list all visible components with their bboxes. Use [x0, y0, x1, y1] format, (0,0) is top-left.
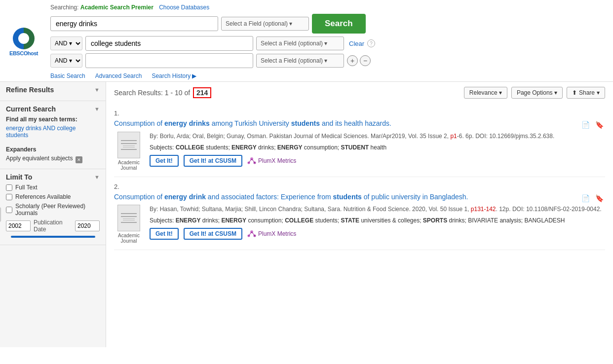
search-input-3[interactable] [85, 53, 253, 68]
help-icon[interactable]: ? [367, 39, 375, 47]
sidebar: ◀ Refine Results ▼ Current Search ▼ Find… [0, 82, 106, 347]
result-meta-1: By: Borlu, Arda; Oral, Belgin; Gunay, Os… [150, 132, 605, 141]
share-button[interactable]: ⬆ Share ▾ [567, 87, 605, 99]
result-number-2: 2. [114, 183, 605, 190]
tab-basic-search[interactable]: Basic Search [50, 73, 85, 79]
result-number-1: 1. [114, 109, 605, 117]
references-checkbox[interactable] [6, 194, 12, 200]
results-area: Search Results: 1 - 10 of 214 Relevance … [106, 82, 613, 347]
result-meta-2: By: Hasan, Towhid; Sultana, Marjia; Shil… [150, 205, 605, 214]
share-icon: ⬆ [572, 89, 577, 96]
svg-line-9 [252, 232, 255, 236]
references-label: References Available [15, 193, 71, 200]
references-row: References Available [6, 193, 100, 200]
pdf-icon-button-2[interactable]: 📄 [579, 192, 591, 204]
result-title-2[interactable]: Consumption of energy drink and associat… [114, 192, 468, 202]
meta-link-2[interactable]: p131-142 [471, 206, 496, 213]
scholarly-label: Scholarly (Peer Reviewed) Journals [15, 203, 100, 217]
get-it-csusm-button-2[interactable]: Get It! at CSUSM [184, 228, 242, 240]
result-item-2: 2. Consumption of energy drink and assoc… [114, 177, 605, 251]
choose-databases-link[interactable]: Choose Databases [159, 4, 209, 11]
plumx-icon-2 [247, 229, 256, 238]
refine-results-title: Refine Results ▼ [6, 86, 100, 94]
save-icon-button-1[interactable]: 🔖 [593, 119, 605, 131]
search-tabs: Basic Search Advanced Search Search Hist… [50, 71, 607, 79]
result-action-icons-2: 📄 🔖 [579, 192, 605, 204]
search-area: Searching: Academic Search Premier Choos… [50, 4, 607, 79]
journal-icon-img-2 [117, 205, 140, 231]
relevance-sort-button[interactable]: Relevance ▾ [464, 87, 507, 99]
save-icon-button-2[interactable]: 🔖 [593, 192, 605, 204]
clear-button[interactable]: Clear [349, 40, 364, 47]
get-it-button-1[interactable]: Get It! [150, 155, 179, 167]
logo-area: EBSCOhost [6, 28, 41, 56]
svg-line-8 [249, 232, 252, 236]
result-detail-1: By: Borlu, Arda; Oral, Belgin; Gunay, Os… [150, 132, 605, 171]
results-header: Search Results: 1 - 10 of 214 Relevance … [114, 87, 605, 99]
apply-equivalent-row: Apply equivalent subjects ✕ [6, 155, 100, 165]
main: ◀ Refine Results ▼ Current Search ▼ Find… [0, 82, 613, 347]
search-input-2[interactable] [85, 36, 253, 51]
date-slider[interactable] [11, 236, 95, 238]
svg-line-4 [252, 159, 255, 163]
add-remove-row: + − [347, 55, 371, 66]
results-count: Search Results: 1 - 10 of 214 [114, 87, 211, 98]
get-it-button-2[interactable]: Get It! [150, 228, 179, 240]
result-actions-1: Get It! Get It! at CSUSM PlumX Metrics [150, 155, 605, 167]
page-options-button[interactable]: Page Options ▾ [511, 87, 563, 99]
results-controls: Relevance ▾ Page Options ▾ ⬆ Share ▾ [464, 87, 605, 99]
boolean-select-3[interactable]: AND ▾ OR NOT [50, 54, 82, 68]
tab-search-history[interactable]: Search History ▶ [152, 73, 196, 79]
full-text-checkbox[interactable] [6, 184, 12, 191]
pub-date-from-input[interactable] [6, 220, 31, 231]
result-body-2: Academic Journal By: Hasan, Towhid; Sult… [114, 205, 605, 244]
refine-results-section: Refine Results ▼ [0, 82, 106, 101]
boolean-select-2[interactable]: AND ▾ OR NOT [50, 36, 82, 50]
remove-expander-icon[interactable]: ✕ [76, 156, 82, 163]
plumx-icon-1 [247, 156, 256, 165]
result-actions-2: Get It! Get It! at CSUSM PlumX Metrics [150, 228, 605, 240]
result-title-1[interactable]: Consumption of energy drinks among Turki… [114, 119, 391, 129]
current-search-expand-icon[interactable]: ▼ [94, 106, 100, 112]
field-select-1[interactable]: Select a Field (optional) ▾ [221, 17, 309, 31]
result-action-icons-1: 📄 🔖 [579, 119, 605, 131]
current-search-title: Current Search ▼ [6, 105, 100, 113]
journal-icon-2: Academic Journal [114, 205, 144, 244]
tab-advanced-search[interactable]: Advanced Search [95, 73, 142, 79]
result-item-1: 1. Consumption of energy drinks among Tu… [114, 104, 605, 177]
pub-date-label: Publication Date [34, 219, 72, 233]
search-terms-link[interactable]: energy drinks AND college students [6, 125, 100, 139]
limit-expand-icon[interactable]: ▼ [94, 174, 100, 180]
limit-to-section: Limit To ▼ Full Text References Availabl… [0, 169, 106, 245]
remove-row-button[interactable]: − [360, 55, 371, 66]
expanders-title: Expanders [6, 146, 100, 153]
total-count-box: 214 [193, 87, 211, 98]
searching-line: Searching: Academic Search Premier Choos… [50, 4, 607, 11]
journal-type-label-2: Academic Journal [114, 233, 144, 244]
plumx-link-2[interactable]: PlumX Metrics [247, 229, 296, 238]
pdf-icon-button-1[interactable]: 📄 [579, 119, 591, 131]
logo-text: EBSCOhost [9, 50, 38, 56]
get-it-csusm-button-1[interactable]: Get It! at CSUSM [184, 155, 242, 167]
field-select-2[interactable]: Select a Field (optional) ▾ [256, 36, 344, 50]
result-body-1: Academic Journal By: Borlu, Arda; Oral, … [114, 132, 605, 171]
pub-date-to-input[interactable] [75, 220, 100, 231]
full-text-label: Full Text [15, 184, 37, 191]
search-input-1[interactable] [50, 16, 218, 31]
journal-type-label-1: Academic Journal [114, 160, 144, 171]
limit-to-title: Limit To ▼ [6, 173, 100, 181]
header: EBSCOhost Searching: Academic Search Pre… [0, 0, 613, 82]
field-select-3[interactable]: Select a Field (optional) ▾ [256, 54, 344, 68]
ebsco-logo [13, 28, 35, 49]
plumx-link-1[interactable]: PlumX Metrics [247, 156, 296, 165]
add-row-button[interactable]: + [347, 55, 358, 66]
full-text-row: Full Text [6, 184, 100, 191]
database-name: Academic Search Premier [80, 4, 153, 11]
scholarly-checkbox[interactable] [6, 207, 12, 213]
search-row-1: Select a Field (optional) ▾ Search [50, 14, 607, 34]
meta-link-1[interactable]: p1 [450, 133, 457, 140]
result-subjects-1: Subjects: COLLEGE students; ENERGY drink… [150, 143, 605, 152]
refine-expand-icon[interactable]: ▼ [94, 87, 100, 93]
search-button[interactable]: Search [312, 14, 366, 34]
sidebar-collapse-button[interactable]: ◀ [0, 207, 1, 222]
